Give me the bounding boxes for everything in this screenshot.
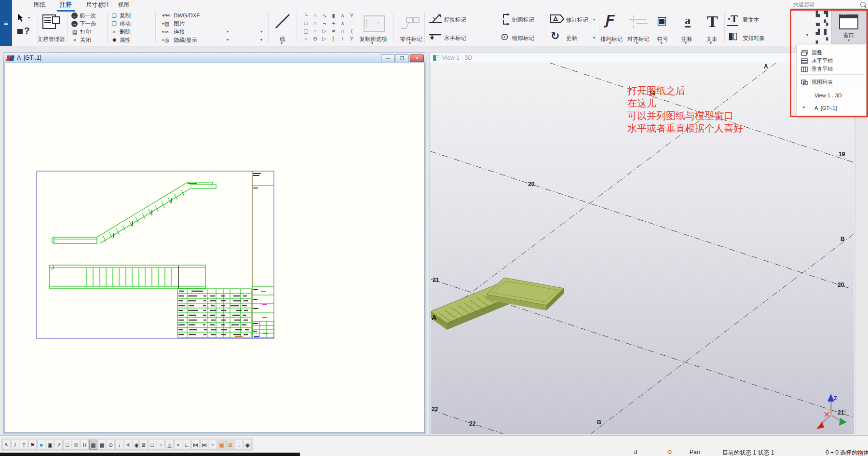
minimize-button[interactable]: — bbox=[381, 54, 395, 62]
move-button[interactable]: ❐移动 bbox=[111, 20, 131, 27]
pin-tool-button[interactable]: ↓ bbox=[115, 440, 123, 450]
section-mark-icon[interactable] bbox=[502, 13, 511, 27]
sketch-tool-icon[interactable]: └ bbox=[301, 12, 311, 19]
snap-curve-button[interactable]: ~ bbox=[209, 440, 217, 450]
menu-item-tile-vertical[interactable]: 垂直平铺 bbox=[797, 65, 866, 73]
close-button[interactable]: ✕ bbox=[410, 54, 424, 62]
snap-extension-button[interactable]: → bbox=[235, 440, 243, 450]
window-arrange-icon[interactable]: ▄ bbox=[814, 20, 821, 26]
sketch-tool-icon[interactable]: ▷ bbox=[320, 35, 329, 42]
sketch-tool-icon[interactable]: □ bbox=[301, 19, 311, 27]
window-arrange-icon[interactable]: ▚ bbox=[823, 20, 829, 26]
snap-intersection-button[interactable]: ⋈ bbox=[200, 440, 208, 450]
next-button[interactable]: →下一步 bbox=[71, 20, 96, 27]
menu-item-view-list[interactable]: 视图列表 bbox=[797, 78, 866, 86]
select-tool-button[interactable]: ↖ bbox=[2, 440, 11, 450]
drawing-window-titlebar[interactable]: A [GT-.1] bbox=[3, 53, 426, 63]
snap-midpoint-button[interactable]: ⋈ bbox=[191, 440, 200, 450]
pattern-tool-button[interactable]: ✳ bbox=[124, 440, 132, 450]
arrange-mark-label[interactable]: 排列标记 bbox=[598, 36, 625, 43]
part-mark-icon[interactable] bbox=[401, 16, 420, 29]
quick-launch-search[interactable]: 快速启动 bbox=[791, 0, 867, 9]
mark-tool-button[interactable]: ⚑ bbox=[28, 440, 37, 450]
align-mark-icon[interactable] bbox=[629, 15, 649, 29]
snap-box-button[interactable]: ⊠ bbox=[139, 440, 148, 450]
document-manager-label[interactable]: 文档管理器 bbox=[36, 36, 67, 43]
dwg-dxf-button[interactable]: ▾DWGDWG/DXF bbox=[162, 12, 200, 19]
menu-item-tile-horizontal[interactable]: 水平平铺 bbox=[797, 57, 866, 65]
drawing-canvas[interactable] bbox=[5, 63, 425, 433]
model-window-titlebar[interactable]: View 1 - 3D bbox=[430, 53, 855, 63]
link-button[interactable]: ▾∞连接 bbox=[162, 28, 185, 36]
hatch-tool-button[interactable]: Ⅲ bbox=[72, 440, 80, 450]
maximize-button[interactable]: ❒ bbox=[395, 54, 409, 62]
delete-button[interactable]: ×删除 bbox=[111, 28, 131, 36]
dropdown-icon[interactable]: ▾ bbox=[227, 29, 229, 34]
weld-mark-label[interactable]: 焊接标记 bbox=[444, 16, 466, 24]
previous-button[interactable]: ←前一次 bbox=[71, 12, 96, 19]
sketch-tool-icon[interactable]: ∩ bbox=[311, 12, 320, 19]
symbol-tool-button[interactable]: ▣ bbox=[46, 440, 54, 450]
sketch-tool-icon[interactable]: ∩ bbox=[338, 27, 347, 35]
dropdown-icon[interactable]: ▾ bbox=[281, 41, 283, 45]
dropdown-icon[interactable]: ▾ bbox=[593, 17, 595, 22]
copy-selected-icon[interactable]: → bbox=[364, 15, 385, 32]
window-arrange-icon[interactable]: ▙ bbox=[814, 11, 821, 17]
sketch-tool-icon[interactable]: Y bbox=[347, 35, 356, 42]
update-icon[interactable]: ↻ bbox=[551, 30, 559, 42]
sketch-tool-icon[interactable]: / bbox=[338, 35, 347, 42]
sketch-tool-icon[interactable]: ○ bbox=[311, 27, 320, 35]
text-tool-button[interactable]: T bbox=[20, 440, 28, 450]
dropdown-icon[interactable]: ▾ bbox=[162, 13, 164, 18]
window-arrange-icon[interactable]: ▟ bbox=[814, 29, 821, 35]
copy-button[interactable]: ❏复制 bbox=[111, 12, 131, 19]
dropdown-icon[interactable]: ▾ bbox=[609, 41, 611, 45]
dropdown-icon[interactable]: ▾ bbox=[710, 41, 712, 45]
sketch-tool-icon[interactable]: ∧ bbox=[338, 12, 347, 19]
sketch-tool-icon[interactable]: ≠ bbox=[329, 27, 338, 35]
arrow-tool-button[interactable]: ↗ bbox=[54, 440, 63, 450]
sketch-tool-icon[interactable]: ↘ bbox=[320, 12, 329, 19]
sketch-tool-icon[interactable]: ∧ bbox=[338, 19, 347, 27]
dropdown-icon[interactable]: ▾ bbox=[162, 22, 164, 26]
snap-geometry-button[interactable]: ⊠ bbox=[226, 440, 234, 450]
sketch-tool-icon[interactable]: ⊖ bbox=[311, 35, 320, 42]
sketch-tool-icon[interactable]: ▷ bbox=[320, 27, 329, 35]
detail-mark-label[interactable]: 细部标记 bbox=[512, 34, 534, 42]
dropdown-icon[interactable]: ▾ bbox=[371, 41, 373, 45]
arrange-objects-label[interactable]: 安排对象 bbox=[743, 34, 765, 42]
fill-tool-button[interactable]: ■ bbox=[37, 440, 45, 450]
window-text-icon[interactable]: ·T bbox=[727, 13, 738, 26]
dropdown-icon[interactable]: ▾ bbox=[162, 38, 164, 42]
tab-drawing[interactable]: 图纸 bbox=[31, 0, 49, 10]
snap-triangle-button[interactable]: △ bbox=[165, 440, 174, 450]
close-drawing-button[interactable]: ×关闭 bbox=[71, 36, 91, 44]
zoom-tool-button[interactable]: ⊙ bbox=[107, 440, 115, 450]
cursor-dropdown-icon[interactable]: ▾ bbox=[28, 15, 30, 20]
window-arrange-icon[interactable]: ▜ bbox=[823, 11, 829, 17]
sketch-tool-icon[interactable]: ▮ bbox=[329, 12, 338, 19]
note-icon[interactable]: a bbox=[685, 14, 691, 27]
snap-square-button[interactable]: □ bbox=[148, 440, 156, 450]
tab-annotation[interactable]: 注释 bbox=[57, 0, 75, 12]
dim-tool-button[interactable]: H bbox=[81, 440, 89, 450]
model-canvas[interactable]: Z Y A 19 19 20 20 B 21 A 21 22 22 B 打开图纸… bbox=[431, 63, 854, 434]
dropdown-icon[interactable]: ▾ bbox=[806, 33, 808, 37]
dropdown-icon[interactable]: ▾ bbox=[227, 38, 229, 42]
window-arrange-icon[interactable]: ▝ bbox=[823, 38, 829, 44]
rect-tool-button[interactable]: □ bbox=[63, 440, 71, 450]
tab-view[interactable]: 视图 bbox=[115, 0, 133, 10]
sketch-tool-icon[interactable]: ▢ bbox=[301, 27, 311, 35]
help-button[interactable]: ? bbox=[24, 26, 30, 36]
window-arrange-icon[interactable]: ▖ bbox=[814, 38, 821, 44]
detail-mark-icon[interactable]: ⊙ bbox=[501, 31, 509, 42]
align-mark-label[interactable]: 对齐标记 bbox=[625, 36, 652, 43]
hide-show-button[interactable]: ▾◎隐藏/显示 bbox=[162, 36, 197, 44]
dropdown-icon[interactable]: ▾ bbox=[260, 29, 262, 34]
document-manager-icon[interactable] bbox=[41, 13, 62, 30]
text-icon[interactable]: T bbox=[707, 13, 718, 31]
window-menu-button[interactable]: 窗口 ▾ bbox=[831, 11, 867, 45]
dropdown-icon[interactable]: ▾ bbox=[636, 41, 638, 45]
grid-snap-button[interactable]: ▦ bbox=[89, 440, 97, 450]
snap-circle-button[interactable]: ○ bbox=[157, 440, 165, 450]
